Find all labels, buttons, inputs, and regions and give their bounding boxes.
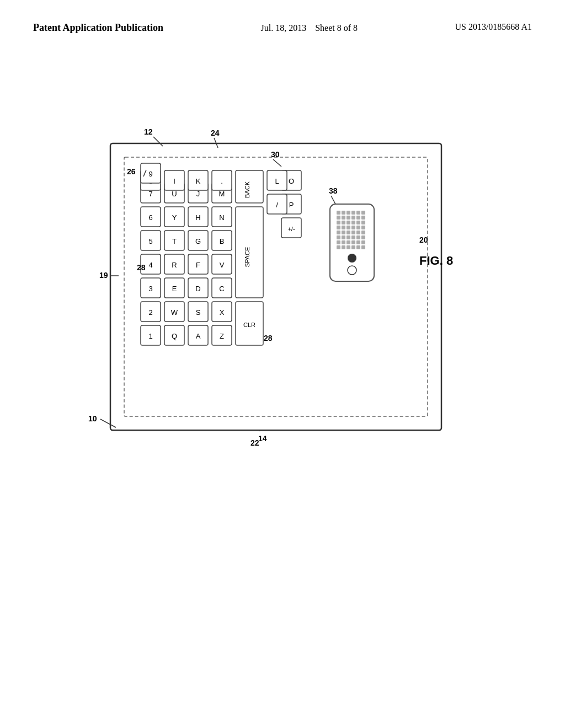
- svg-text:+/-: +/-: [287, 226, 295, 232]
- svg-rect-90: [361, 211, 365, 215]
- svg-rect-88: [351, 211, 355, 215]
- svg-rect-123: [347, 240, 350, 244]
- svg-rect-119: [356, 235, 360, 239]
- svg-text:28: 28: [264, 334, 273, 342]
- svg-rect-87: [347, 211, 350, 215]
- svg-text:38: 38: [329, 186, 338, 195]
- svg-text:Q: Q: [172, 332, 177, 340]
- svg-text:R: R: [172, 261, 177, 269]
- svg-rect-130: [351, 245, 355, 249]
- svg-rect-122: [342, 240, 345, 244]
- svg-rect-118: [351, 235, 355, 239]
- svg-text:M: M: [219, 190, 225, 198]
- svg-text:H: H: [195, 213, 200, 222]
- svg-text:14: 14: [258, 434, 267, 443]
- svg-rect-127: [337, 245, 340, 249]
- svg-rect-132: [361, 245, 365, 249]
- svg-rect-114: [361, 231, 365, 234]
- svg-text:.: .: [221, 177, 223, 185]
- svg-rect-86: [342, 211, 345, 215]
- svg-text:30: 30: [271, 150, 280, 159]
- svg-point-133: [348, 254, 356, 263]
- svg-text:20: 20: [419, 235, 428, 244]
- svg-rect-95: [356, 216, 360, 220]
- svg-rect-101: [356, 221, 360, 224]
- svg-text:28: 28: [137, 263, 146, 272]
- svg-text:T: T: [172, 237, 177, 245]
- svg-rect-126: [361, 240, 365, 244]
- svg-rect-85: [337, 211, 340, 215]
- svg-rect-115: [337, 235, 340, 239]
- svg-text:CLR: CLR: [243, 322, 255, 328]
- svg-rect-89: [356, 211, 360, 215]
- svg-text:12: 12: [144, 127, 153, 136]
- svg-text:O: O: [289, 177, 294, 185]
- svg-text:N: N: [219, 213, 224, 222]
- svg-text:7: 7: [148, 190, 152, 198]
- svg-rect-124: [351, 240, 355, 244]
- svg-rect-117: [347, 235, 350, 239]
- svg-text:C: C: [219, 285, 224, 293]
- svg-point-134: [348, 266, 356, 275]
- svg-rect-99: [347, 221, 350, 224]
- svg-rect-131: [356, 245, 360, 249]
- svg-text:L: L: [275, 177, 279, 185]
- svg-text:26: 26: [127, 167, 136, 176]
- svg-text:K: K: [196, 177, 201, 185]
- svg-rect-121: [337, 240, 340, 244]
- svg-text:J: J: [196, 190, 200, 198]
- svg-text:9: 9: [148, 170, 152, 178]
- svg-text:B: B: [220, 237, 225, 245]
- svg-text:FIG. 8: FIG. 8: [419, 254, 453, 267]
- svg-rect-120: [361, 235, 365, 239]
- svg-text:E: E: [172, 285, 177, 293]
- svg-rect-104: [342, 226, 345, 229]
- svg-rect-128: [342, 245, 345, 249]
- svg-text:F: F: [196, 261, 200, 269]
- svg-rect-116: [342, 235, 345, 239]
- svg-text:P: P: [289, 201, 294, 209]
- svg-text:Y: Y: [172, 213, 177, 222]
- svg-text:V: V: [220, 261, 225, 269]
- svg-text:I: I: [173, 177, 175, 185]
- svg-rect-92: [342, 216, 345, 220]
- svg-rect-102: [361, 221, 365, 224]
- svg-rect-106: [351, 226, 355, 229]
- svg-rect-129: [347, 245, 350, 249]
- svg-text:2: 2: [148, 308, 152, 317]
- svg-rect-113: [356, 231, 360, 234]
- svg-text:SPACE: SPACE: [244, 247, 250, 267]
- svg-text:24: 24: [211, 129, 220, 137]
- svg-rect-98: [342, 221, 345, 224]
- svg-text:BACK: BACK: [244, 181, 250, 198]
- svg-text:X: X: [220, 308, 225, 317]
- svg-text:22: 22: [250, 438, 259, 447]
- svg-rect-97: [337, 221, 340, 224]
- svg-text:19: 19: [99, 271, 108, 280]
- svg-rect-110: [342, 231, 345, 234]
- svg-rect-100: [351, 221, 355, 224]
- svg-text:3: 3: [148, 285, 152, 293]
- svg-text:1: 1: [148, 332, 152, 340]
- svg-text:4: 4: [148, 261, 152, 269]
- svg-text:5: 5: [148, 237, 152, 245]
- svg-text:A: A: [196, 332, 201, 340]
- svg-text:D: D: [195, 285, 200, 293]
- svg-rect-94: [351, 216, 355, 220]
- svg-rect-93: [347, 216, 350, 220]
- svg-rect-111: [347, 231, 350, 234]
- svg-text:G: G: [195, 237, 201, 245]
- svg-text:Z: Z: [220, 332, 224, 340]
- svg-rect-96: [361, 216, 365, 220]
- svg-text:/: /: [276, 201, 278, 209]
- svg-text:U: U: [172, 190, 177, 198]
- svg-rect-108: [361, 226, 365, 229]
- svg-rect-125: [356, 240, 360, 244]
- diagram-svg: 1 2 3 4 5 6 7 8 9 Q W E R T Y U I A S D …: [0, 0, 565, 728]
- svg-rect-107: [356, 226, 360, 229]
- svg-rect-112: [351, 231, 355, 234]
- svg-rect-109: [337, 231, 340, 234]
- svg-rect-105: [347, 226, 350, 229]
- svg-text:6: 6: [148, 213, 152, 222]
- svg-text:W: W: [171, 308, 178, 317]
